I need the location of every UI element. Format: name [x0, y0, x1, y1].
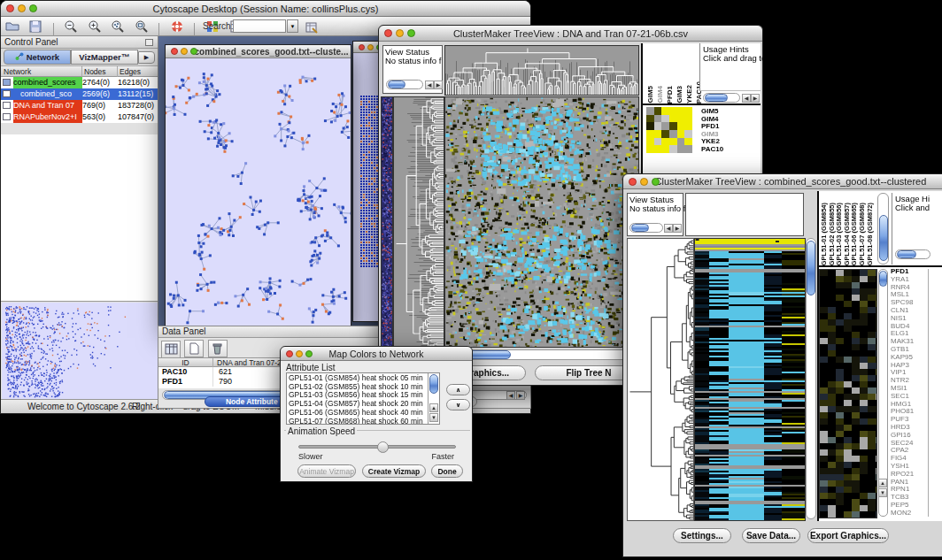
done-button[interactable]: Done: [431, 464, 463, 478]
heatmap-cell[interactable]: [661, 122, 669, 130]
col-nodes[interactable]: Nodes: [82, 66, 118, 77]
heatmap-cell[interactable]: [646, 115, 654, 123]
zoom-in-icon[interactable]: [85, 18, 104, 35]
help-icon[interactable]: [167, 18, 187, 35]
heatmap-cell[interactable]: [661, 138, 669, 146]
tv2-zoom-heatmap[interactable]: [819, 269, 877, 518]
save-session-button[interactable]: [26, 18, 45, 35]
heatmap-cell[interactable]: [661, 145, 669, 153]
heatmap-cell[interactable]: [677, 130, 685, 138]
window-controls[interactable]: [286, 347, 313, 360]
tv2-genelist-scrollbar[interactable]: ▲▼: [878, 269, 888, 517]
search-input[interactable]: [233, 19, 286, 33]
new-attribute-icon[interactable]: [184, 340, 204, 357]
window-controls[interactable]: [384, 26, 415, 41]
heatmap-cell[interactable]: [669, 138, 677, 146]
heatmap-cell[interactable]: [677, 138, 685, 146]
tv1-hscrollbar[interactable]: [444, 349, 637, 360]
window-controls[interactable]: [629, 174, 660, 188]
network-row[interactable]: combined_sco2569(6)13112(15): [1, 88, 158, 100]
tv2-collabel-scrollbar[interactable]: [877, 193, 889, 265]
col-network[interactable]: Network: [1, 66, 82, 77]
tv1-zoom-heatmap[interactable]: [646, 107, 692, 153]
heatmap-cell[interactable]: [646, 130, 654, 138]
heatmap-cell[interactable]: [684, 107, 692, 115]
tv1-column-dendrogram[interactable]: [444, 45, 639, 96]
network-row[interactable]: RNAPuberNov2+I563(0)107847(0): [1, 111, 158, 123]
network1-title-bar[interactable]: combined_scores_good.txt--cluste...: [166, 45, 351, 58]
export-graphics-button[interactable]: Export Graphics...: [807, 528, 889, 543]
window-controls[interactable]: [6, 1, 37, 16]
heatmap-cell[interactable]: [661, 115, 669, 123]
create-vizmap-button[interactable]: Create Vizmap: [362, 464, 426, 478]
search-config-icon[interactable]: [302, 19, 321, 36]
animation-speed-slider[interactable]: [298, 445, 456, 449]
tv2-status-scrollbar[interactable]: [629, 223, 663, 233]
attribute-item[interactable]: GPL51-07 (GSM868) heat shock 60 min: [287, 418, 429, 425]
open-session-button[interactable]: [3, 18, 22, 35]
search-dropdown-button[interactable]: ▼: [287, 19, 298, 33]
tv1-global-overview-strip[interactable]: [381, 96, 393, 349]
network-row[interactable]: combined_scores2764(0)16218(0): [1, 77, 158, 88]
move-down-button[interactable]: ∨: [446, 399, 470, 410]
heatmap-cell[interactable]: [669, 115, 677, 123]
heatmap-cell[interactable]: [677, 107, 685, 115]
heatmap-cell[interactable]: [654, 138, 662, 146]
heatmap-cell[interactable]: [669, 145, 677, 153]
zoom-out-icon[interactable]: [61, 18, 81, 35]
tv2-title-bar[interactable]: ClusterMaker TreeView : combined_scores_…: [623, 174, 942, 189]
heatmap-cell[interactable]: [677, 122, 685, 130]
tv1-zoom-scrollbar[interactable]: [703, 93, 740, 103]
network1-canvas[interactable]: [166, 58, 351, 328]
tv1-row-dendrogram[interactable]: [393, 96, 444, 349]
gene-label[interactable]: MON2: [891, 510, 926, 518]
row-label[interactable]: PAC10: [701, 146, 744, 154]
move-up-button[interactable]: ∧: [446, 384, 470, 395]
zoom-fit-icon[interactable]: [132, 18, 151, 35]
tv2-row-dendrogram[interactable]: [627, 238, 694, 521]
heatmap-cell[interactable]: [677, 145, 685, 153]
heatmap-cell[interactable]: [646, 107, 654, 115]
network-row[interactable]: DNA and Tran 07769(0)183728(0): [1, 100, 158, 111]
heatmap-cell[interactable]: [646, 145, 654, 153]
col-edges[interactable]: Edges: [118, 66, 158, 77]
id-column-header[interactable]: ID: [158, 358, 213, 367]
heatmap-cell[interactable]: [654, 115, 662, 123]
heatmap-cell[interactable]: [684, 130, 692, 138]
network-overview-thumbnail[interactable]: [2, 303, 158, 400]
heatmap-cell[interactable]: [646, 122, 654, 130]
slider-thumb[interactable]: [377, 441, 389, 453]
float-panel-icon[interactable]: [145, 39, 153, 46]
heatmap-cell[interactable]: [684, 138, 692, 146]
heatmap-cell[interactable]: [654, 107, 662, 115]
save-data-button[interactable]: Save Data...: [742, 528, 800, 543]
tv1-heatmap[interactable]: [444, 96, 639, 348]
heatmap-cell[interactable]: [654, 122, 662, 130]
tab-network[interactable]: Network: [4, 50, 71, 65]
heatmap-cell[interactable]: [669, 130, 677, 138]
zoom-selected-icon[interactable]: [108, 18, 127, 35]
animate-vizmap-button[interactable]: Animate Vizmap: [297, 464, 356, 478]
delete-attribute-icon[interactable]: [208, 340, 228, 357]
main-title-bar[interactable]: Cytoscape Desktop (Session Name: collins…: [1, 1, 530, 17]
window-controls[interactable]: [171, 45, 197, 58]
heatmap-cell[interactable]: [669, 107, 677, 115]
heatmap-cell[interactable]: [654, 130, 662, 138]
tv1-title-bar[interactable]: ClusterMaker TreeView : DNA and Tran 07-…: [379, 26, 762, 42]
heatmap-cell[interactable]: [654, 145, 662, 153]
attribute-list-scrollbar[interactable]: ▲▼: [428, 373, 439, 424]
tv2-heat-vscrollbar[interactable]: [806, 238, 816, 519]
tv2-usage-scrollbar[interactable]: [895, 249, 930, 259]
tab-vizmapper-[interactable]: VizMapper™: [71, 50, 138, 65]
heatmap-cell[interactable]: [677, 115, 685, 123]
attribute-listbox[interactable]: GPL51-01 (GSM854) heat shock 05 minGPL51…: [286, 372, 440, 425]
attribute-select-icon[interactable]: [161, 341, 181, 358]
settings-button[interactable]: Settings...: [673, 528, 731, 543]
tab--[interactable]: ▶: [138, 51, 155, 64]
heatmap-cell[interactable]: [661, 107, 669, 115]
heatmap-cell[interactable]: [661, 130, 669, 138]
tv2-heatmap[interactable]: [694, 238, 806, 521]
heatmap-cell[interactable]: [684, 145, 692, 153]
heatmap-cell[interactable]: [684, 115, 692, 123]
dialog-title-bar[interactable]: Map Colors to Network: [281, 347, 472, 361]
